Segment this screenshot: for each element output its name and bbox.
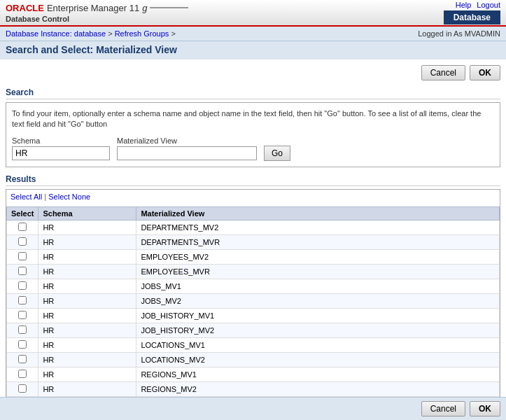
row-checkbox[interactable] bbox=[18, 296, 27, 304]
bottom-cancel-button[interactable]: Cancel bbox=[421, 401, 465, 416]
row-schema: HR bbox=[38, 279, 136, 293]
top-ok-button[interactable]: OK bbox=[470, 65, 500, 80]
results-box: Select All | Select None Select Schema M… bbox=[6, 189, 500, 398]
row-checkbox-cell bbox=[7, 264, 38, 279]
table-row: HR JOBS_MV1 bbox=[7, 279, 500, 293]
row-mv: REGIONS_MV2 bbox=[136, 382, 500, 396]
table-row: HR REGIONS_MV1 bbox=[7, 367, 500, 382]
breadcrumb-bar: Database Instance: database > Refresh Gr… bbox=[0, 27, 506, 41]
top-cancel-button[interactable]: Cancel bbox=[421, 65, 465, 80]
row-checkbox[interactable] bbox=[18, 252, 27, 260]
row-checkbox[interactable] bbox=[18, 370, 27, 378]
row-schema: HR bbox=[38, 264, 136, 279]
row-mv: JOB_HISTORY_MV2 bbox=[136, 323, 500, 337]
row-mv: LOCATIONS_MV2 bbox=[136, 352, 500, 367]
select-all-link[interactable]: Select All bbox=[10, 192, 42, 201]
row-schema: HR bbox=[38, 234, 136, 249]
row-schema: HR bbox=[38, 337, 136, 352]
row-mv: JOB_HISTORY_MV1 bbox=[136, 308, 500, 323]
svg-rect-0 bbox=[150, 7, 188, 8]
results-section-label: Results bbox=[6, 174, 500, 186]
row-checkbox[interactable] bbox=[18, 237, 27, 246]
em-label: Enterprise Manager 11 bbox=[47, 3, 139, 13]
logout-link[interactable]: Logout bbox=[477, 1, 500, 9]
go-button[interactable]: Go bbox=[264, 146, 290, 161]
row-schema: HR bbox=[38, 382, 136, 396]
mv-label: Materialized View bbox=[117, 136, 257, 145]
database-badge: Database bbox=[444, 10, 500, 24]
row-checkbox-cell bbox=[7, 279, 38, 293]
row-mv: REGIONS_MV1 bbox=[136, 367, 500, 382]
col-header-mv: Materialized View bbox=[136, 206, 500, 220]
row-checkbox[interactable] bbox=[18, 326, 27, 334]
breadcrumb-refresh-groups[interactable]: Refresh Groups bbox=[115, 29, 169, 38]
row-checkbox[interactable] bbox=[18, 355, 27, 363]
breadcrumb: Database Instance: database > Refresh Gr… bbox=[6, 29, 176, 38]
row-checkbox[interactable] bbox=[18, 281, 27, 290]
top-action-bar: Cancel OK bbox=[6, 65, 500, 80]
row-schema: HR bbox=[38, 323, 136, 337]
em-decoration bbox=[150, 4, 192, 11]
row-checkbox[interactable] bbox=[18, 267, 27, 275]
row-schema: HR bbox=[38, 352, 136, 367]
select-links: Select All | Select None bbox=[10, 192, 496, 201]
row-checkbox-cell bbox=[7, 352, 38, 367]
row-checkbox-cell bbox=[7, 308, 38, 323]
row-checkbox[interactable] bbox=[18, 223, 27, 231]
row-checkbox-cell bbox=[7, 220, 38, 234]
row-checkbox-cell bbox=[7, 367, 38, 382]
row-checkbox-cell bbox=[7, 234, 38, 249]
table-row: HR LOCATIONS_MV2 bbox=[7, 352, 500, 367]
row-schema: HR bbox=[38, 249, 136, 264]
main-content: Cancel OK Search To find your item, opti… bbox=[0, 59, 506, 415]
row-checkbox-cell bbox=[7, 293, 38, 308]
row-checkbox-cell bbox=[7, 382, 38, 396]
schema-label: Schema bbox=[12, 136, 110, 145]
bottom-ok-button[interactable]: OK bbox=[470, 401, 500, 416]
oracle-wordmark: ORACLE bbox=[6, 3, 44, 13]
header-left: ORACLE Enterprise Manager 11g Database C… bbox=[6, 3, 192, 23]
db-control-label: Database Control bbox=[6, 15, 192, 23]
row-schema: HR bbox=[38, 367, 136, 382]
search-fields: Schema Materialized View Go bbox=[12, 136, 494, 161]
row-checkbox-cell bbox=[7, 337, 38, 352]
select-none-link[interactable]: Select None bbox=[48, 192, 90, 201]
row-checkbox-cell bbox=[7, 249, 38, 264]
em-italic: g bbox=[142, 3, 147, 13]
table-row: HR EMPLOYEES_MV2 bbox=[7, 249, 500, 264]
breadcrumb-db-instance[interactable]: Database Instance: database bbox=[6, 29, 106, 38]
page-title: Search and Select: Materialized View bbox=[0, 41, 506, 59]
mv-input[interactable] bbox=[117, 146, 257, 160]
header-links: Help Logout bbox=[456, 1, 500, 9]
row-schema: HR bbox=[38, 293, 136, 308]
table-row: HR REGIONS_MV2 bbox=[7, 382, 500, 396]
row-checkbox[interactable] bbox=[18, 311, 27, 319]
results-header: Select All | Select None bbox=[6, 190, 500, 206]
table-row: HR DEPARTMENTS_MVR bbox=[7, 234, 500, 249]
help-link[interactable]: Help bbox=[456, 1, 472, 9]
row-schema: HR bbox=[38, 308, 136, 323]
row-checkbox[interactable] bbox=[18, 340, 27, 349]
row-mv: EMPLOYEES_MV2 bbox=[136, 249, 500, 264]
row-checkbox-cell bbox=[7, 323, 38, 337]
search-box: To find your item, optionally enter a sc… bbox=[6, 102, 500, 167]
table-row: HR LOCATIONS_MV1 bbox=[7, 337, 500, 352]
row-mv: DEPARTMENTS_MV2 bbox=[136, 220, 500, 234]
schema-field-group: Schema bbox=[12, 136, 110, 160]
breadcrumb-sep2: > bbox=[171, 29, 175, 38]
row-schema: HR bbox=[38, 220, 136, 234]
table-row: HR JOBS_MV2 bbox=[7, 293, 500, 308]
results-table-header: Select Schema Materialized View bbox=[7, 206, 500, 220]
header: ORACLE Enterprise Manager 11g Database C… bbox=[0, 0, 506, 27]
row-checkbox[interactable] bbox=[18, 384, 27, 393]
bottom-bar: Cancel OK bbox=[0, 397, 506, 420]
search-hint: To find your item, optionally enter a sc… bbox=[12, 108, 494, 130]
col-header-schema: Schema bbox=[38, 206, 136, 220]
table-row: HR JOB_HISTORY_MV2 bbox=[7, 323, 500, 337]
col-header-select: Select bbox=[7, 206, 38, 220]
breadcrumb-sep1: > bbox=[108, 29, 114, 38]
row-mv: JOBS_MV2 bbox=[136, 293, 500, 308]
schema-input[interactable] bbox=[12, 146, 110, 160]
row-mv: EMPLOYEES_MVR bbox=[136, 264, 500, 279]
row-mv: DEPARTMENTS_MVR bbox=[136, 234, 500, 249]
